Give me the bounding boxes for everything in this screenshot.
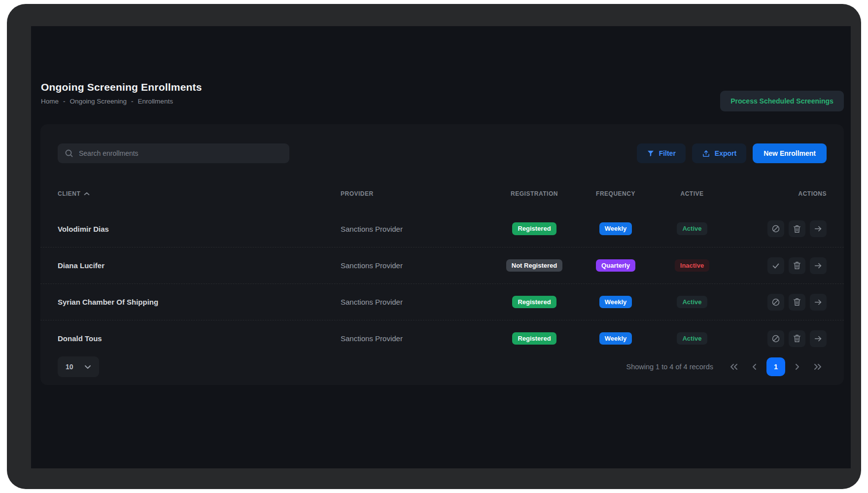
delete-button[interactable] bbox=[789, 294, 805, 311]
toggle-active-button[interactable] bbox=[767, 220, 784, 237]
previous-page-button[interactable] bbox=[746, 357, 764, 376]
export-button[interactable]: Export bbox=[692, 143, 746, 163]
page-header: Ongoing Screening Enrollments Home - Ong… bbox=[41, 81, 202, 105]
search-icon bbox=[65, 149, 73, 158]
page-title: Ongoing Screening Enrollments bbox=[41, 81, 202, 93]
column-header-registration[interactable]: REGISTRATION bbox=[495, 190, 574, 197]
open-details-button[interactable] bbox=[810, 294, 827, 311]
page-size-value: 10 bbox=[66, 363, 73, 371]
double-chevron-left-icon bbox=[729, 363, 738, 370]
registration-badge: Not Registered bbox=[506, 259, 562, 272]
ban-icon bbox=[771, 334, 780, 343]
client-name: Syrian Chamber Of Shipping bbox=[58, 298, 341, 306]
provider-name: Sanctions Provider bbox=[341, 261, 495, 270]
open-details-button[interactable] bbox=[810, 220, 827, 237]
provider-name: Sanctions Provider bbox=[341, 298, 495, 306]
registration-badge: Registered bbox=[512, 332, 556, 345]
arrow-right-icon bbox=[814, 261, 823, 270]
registration-badge: Registered bbox=[512, 296, 556, 309]
frequency-badge: Weekly bbox=[599, 296, 632, 309]
column-header-active[interactable]: ACTIVE bbox=[658, 190, 727, 197]
toggle-active-button[interactable] bbox=[767, 294, 784, 311]
table-body: Volodimir Dias Sanctions Provider Regist… bbox=[40, 211, 844, 356]
search-input[interactable] bbox=[79, 149, 282, 157]
arrow-right-icon bbox=[814, 334, 823, 343]
app-surface: Ongoing Screening Enrollments Home - Ong… bbox=[31, 26, 851, 468]
breadcrumb: Home - Ongoing Screening - Enrollments bbox=[41, 98, 202, 105]
provider-name: Sanctions Provider bbox=[341, 225, 495, 233]
ban-icon bbox=[771, 298, 780, 307]
breadcrumb-enrollments: Enrollments bbox=[138, 98, 173, 105]
double-chevron-right-icon bbox=[813, 363, 822, 370]
breadcrumb-ongoing-screening[interactable]: Ongoing Screening bbox=[70, 98, 127, 105]
client-name: Diana Lucifer bbox=[58, 261, 341, 270]
frequency-badge: Quarterly bbox=[596, 259, 635, 272]
open-details-button[interactable] bbox=[810, 257, 827, 274]
breadcrumb-separator: - bbox=[131, 98, 134, 105]
filter-button-label: Filter bbox=[659, 149, 676, 157]
client-name: Donald Tous bbox=[58, 334, 341, 343]
open-details-button[interactable] bbox=[810, 330, 827, 347]
delete-button[interactable] bbox=[789, 257, 805, 274]
trash-icon bbox=[793, 261, 801, 270]
arrow-right-icon bbox=[814, 224, 823, 233]
toggle-active-button[interactable] bbox=[767, 257, 784, 274]
table-row: Syrian Chamber Of Shipping Sanctions Pro… bbox=[40, 283, 844, 320]
window-frame: Ongoing Screening Enrollments Home - Ong… bbox=[7, 4, 861, 489]
column-label-client: CLIENT bbox=[58, 190, 80, 197]
trash-icon bbox=[793, 334, 801, 343]
delete-button[interactable] bbox=[789, 220, 805, 237]
first-page-button[interactable] bbox=[725, 357, 743, 376]
active-status-badge: Inactive bbox=[675, 259, 709, 272]
chevron-down-icon bbox=[84, 365, 91, 369]
ban-icon bbox=[771, 224, 780, 233]
trash-icon bbox=[793, 225, 801, 233]
page-size-select[interactable]: 10 bbox=[58, 356, 99, 377]
table-row: Volodimir Dias Sanctions Provider Regist… bbox=[40, 211, 844, 247]
table-footer: 10 Showing 1 to 4 of 4 records 1 bbox=[40, 356, 844, 377]
process-scheduled-screenings-button[interactable]: Process Scheduled Screenings bbox=[720, 91, 844, 111]
registration-badge: Registered bbox=[512, 222, 556, 235]
toolbar-actions: Filter Export New Enrollment bbox=[637, 143, 827, 163]
arrow-right-icon bbox=[814, 298, 823, 307]
frequency-badge: Weekly bbox=[599, 222, 632, 235]
table-row: Donald Tous Sanctions Provider Registere… bbox=[40, 320, 844, 356]
client-name: Volodimir Dias bbox=[58, 225, 341, 233]
page-1-button[interactable]: 1 bbox=[766, 357, 785, 376]
chevron-left-icon bbox=[752, 363, 758, 370]
frequency-badge: Weekly bbox=[599, 332, 632, 345]
records-summary: Showing 1 to 4 of 4 records bbox=[626, 363, 713, 371]
column-header-client[interactable]: CLIENT bbox=[58, 190, 341, 197]
pagination: Showing 1 to 4 of 4 records 1 bbox=[626, 357, 827, 376]
export-button-label: Export bbox=[715, 149, 736, 157]
export-upload-icon bbox=[702, 149, 710, 158]
active-status-badge: Active bbox=[677, 332, 707, 345]
active-status-badge: Active bbox=[677, 222, 707, 235]
active-status-badge: Active bbox=[677, 296, 707, 309]
trash-icon bbox=[793, 298, 801, 306]
column-header-frequency[interactable]: FREQUENCY bbox=[574, 190, 658, 197]
chevron-right-icon bbox=[794, 363, 800, 370]
breadcrumb-separator: - bbox=[63, 98, 66, 105]
enrollments-card: Filter Export New Enrollment bbox=[40, 124, 844, 385]
table-header-row: CLIENT PROVIDER REGISTRATION FREQUENCY A… bbox=[40, 185, 844, 202]
delete-button[interactable] bbox=[789, 330, 805, 347]
column-header-actions: ACTIONS bbox=[727, 190, 827, 197]
filter-button[interactable]: Filter bbox=[637, 143, 686, 163]
new-enrollment-button[interactable]: New Enrollment bbox=[753, 143, 827, 163]
sort-ascending-icon bbox=[84, 192, 90, 196]
next-page-button[interactable] bbox=[788, 357, 806, 376]
column-header-provider[interactable]: PROVIDER bbox=[341, 190, 495, 197]
check-icon bbox=[771, 261, 780, 270]
search-box[interactable] bbox=[58, 143, 289, 163]
provider-name: Sanctions Provider bbox=[341, 334, 495, 343]
last-page-button[interactable] bbox=[809, 357, 827, 376]
table-row: Diana Lucifer Sanctions Provider Not Reg… bbox=[40, 247, 844, 283]
toggle-active-button[interactable] bbox=[767, 330, 784, 347]
breadcrumb-home[interactable]: Home bbox=[41, 98, 59, 105]
filter-icon bbox=[647, 149, 655, 157]
